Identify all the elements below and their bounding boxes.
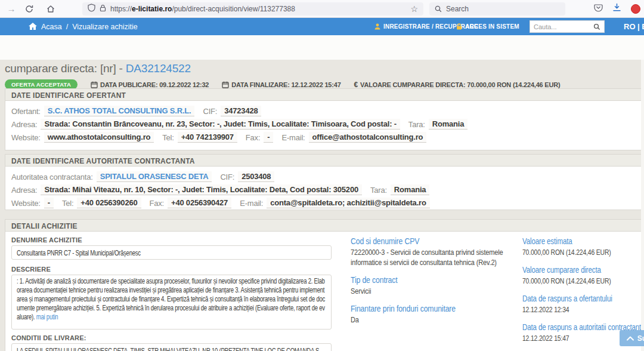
conditii-input[interactable]: LA SEDIUL SPITALULUI ORASENESC DETA, TIM… [11,343,332,351]
ofertant-fax-value: - [264,132,273,143]
breadcrumb-home[interactable]: Acasa [41,23,62,31]
conditii-label: CONDITII DE LIVRARE: [11,334,332,341]
tip-contract-value: Servicii [351,286,506,296]
valoare-cumparare-heading: Valoare cumparare directa [522,265,641,275]
browser-search-input[interactable]: Search [429,2,565,16]
home-icon[interactable] [29,23,37,30]
ofertant-address-row: Adresa: Strada: Constantin Brâncoveanu, … [11,118,641,130]
valoare-estimata-heading: Valoare estimata [522,236,641,246]
direct-purchase-value: € VALOARE CUMPARARE DIRECTA: 70.000,00 R… [354,81,561,89]
browser-toolbar: → https://e-licitatie.ro/pub/direct-acqu… [0,0,644,18]
search-icon[interactable] [593,23,600,30]
finantare-value: Da [351,315,506,325]
valoare-cumparare-group: Valoare cumparare directa 70.000,00 RON … [522,265,641,286]
breadcrumb: Acasa / Vizualizare achizitie [29,18,138,35]
fax-label: Fax: [246,133,260,142]
ofertant-website-value: www.athostotalconsulting.ro [44,132,154,143]
access-label: ACCES IN SISTEM [465,23,519,30]
ofertant-tel-value: +40 742139907 [178,132,237,143]
autoritate-cif-value: 2503408 [238,171,274,182]
tel-label: Tel: [62,199,73,208]
email-label: E-mail: [281,133,305,142]
tel-label: Tel: [162,133,174,142]
calendar-icon [91,81,98,88]
email-label: E-mail: [240,199,263,208]
extension-icon[interactable] [631,4,640,14]
autoritate-fax-value: +40 0256390427 [168,198,231,208]
adresa-label: Adresa: [11,186,37,195]
valoare-cumparare-value: 70.000,00 RON (14.224,46 EUR) [522,276,641,286]
forward-icon[interactable]: → [2,4,20,14]
section-detalii-title: DETALII ACHIZITIE [5,220,641,232]
scroll-to-top-button[interactable]: Su [620,330,644,346]
autoritate-address-row: Adresa: Strada: Mihai Viteazu, nr. 10, S… [11,184,641,196]
valoare-estimata-value: 70.000,00 RON (14.224,46 EUR) [522,247,641,257]
cpv-heading: Cod si denumire CPV [351,236,506,246]
raspuns-ofertant-heading: Data de raspuns a ofertantului [522,294,641,303]
site-header-band [0,35,644,60]
finalize-date: DATA FINALIZARE: 12.12.2022 15:47 [222,81,340,88]
autoritate-tel-value: +40 0256390260 [77,198,141,208]
page-title: cumparare directa: [nr] - DA32124522 [5,62,639,75]
adresa-label: Adresa: [11,120,37,129]
autoritate-contact-row: Website: - Tel: +40 0256390260 Fax: +40 … [11,197,641,209]
mai-putin-link[interactable]: mai putin [36,313,58,321]
breadcrumb-separator: / [66,23,68,31]
home-icon[interactable] [42,5,60,13]
lock-icon[interactable] [100,4,106,14]
ofertant-cif-value: 34723428 [221,106,261,116]
euro-icon: € [354,81,358,89]
section-autoritate: DATE IDENTIFICARE AUTORITATE CONTRACTANT… [5,154,642,210]
autoritate-tara-value: Romania [391,184,430,195]
access-link[interactable]: ACCES IN SISTEM [456,18,519,35]
raspuns-ofertant-value: 12.12.2022 12:34 [522,304,641,315]
language-switch[interactable]: RO | E [624,18,644,35]
section-ofertant: DATE IDENTIFICARE OFERTANT Ofertant: S.C… [5,88,642,150]
ofertant-adresa-value: Strada: Constantin Brâncoveanu, nr. 23, … [41,119,400,130]
search-placeholder: Search [446,5,469,13]
descriere-label: DESCRIERE [11,266,332,273]
breadcrumb-current: Vizualizare achizitie [72,23,138,31]
tip-contract-heading: Tip de contract [351,275,506,285]
raspuns-ofertant-group: Data de raspuns a ofertantului 12.12.202… [522,294,641,315]
download-icon[interactable] [612,3,621,14]
tara-label: Tara: [370,186,387,195]
cpv-value: 72220000-3 - Servicii de consultanta pri… [351,247,506,267]
address-bar[interactable]: https://e-licitatie.ro/pub/direct-acquis… [82,2,423,16]
browser-window: → https://e-licitatie.ro/pub/direct-acqu… [0,0,644,351]
site-search-input[interactable]: Cauta... [530,20,605,33]
ofertant-name-link[interactable]: S.C. ATHOS TOTAL CONSULTING S.R.L. [44,106,195,116]
pocket-icon[interactable] [594,4,603,14]
finantare-heading: Finantare prin fonduri comunitare [351,304,506,313]
valoare-estimata-group: Valoare estimata 70.000,00 RON (14.224,4… [522,236,641,257]
cpv-group: Cod si denumire CPV 72220000-3 - Servici… [351,236,506,267]
descriere-textarea[interactable]: : 1. Activități de analiză și documentar… [11,275,332,330]
autoritate-name-row: Autoritatea contractanta: SPITALUL ORASE… [11,171,641,183]
acquisition-id-link[interactable]: DA32124522 [126,62,191,75]
chevron-up-icon [627,336,634,341]
website-label: Website: [11,133,41,142]
denumire-input[interactable]: Consultanta PNRR C7 - Spital Municipal/O… [11,245,332,260]
page-scrollbar[interactable] [641,60,644,351]
ofertant-contact-row: Website: www.athostotalconsulting.ro Tel… [11,131,641,143]
autoritate-adresa-value: Strada: Mihai Viteazu, nr. 10, Sector: -… [41,184,362,195]
user-icon [374,23,380,30]
bookmark-star-icon[interactable]: ☆ [410,4,418,14]
cif-label: CIF: [203,107,217,116]
cif-label: CIF: [220,173,234,181]
section-detalii: DETALII ACHIZITIE DENUMIRE ACHIZITIE Con… [5,219,642,351]
autoritate-name-link[interactable]: SPITALUL ORASENESC DETA [97,171,212,182]
denumire-label: DENUMIRE ACHIZITIE [11,236,332,244]
url-text: https://e-licitatie.ro/pub/direct-acquis… [110,5,407,13]
publish-date: DATA PUBLICARE: 09.12.2022 12:32 [91,81,209,88]
reload-icon[interactable] [20,5,38,13]
fax-label: Fax: [150,199,164,208]
shield-icon[interactable] [88,4,95,14]
ofertant-label: Ofertant: [11,107,41,116]
site-search-placeholder: Cauta... [534,23,557,30]
lock-icon [456,23,462,30]
autoritate-website-value: - [44,198,54,208]
search-icon [435,5,442,13]
website-label: Website: [11,199,41,208]
section-ofertant-title: DATE IDENTIFICARE OFERTANT [5,89,641,101]
